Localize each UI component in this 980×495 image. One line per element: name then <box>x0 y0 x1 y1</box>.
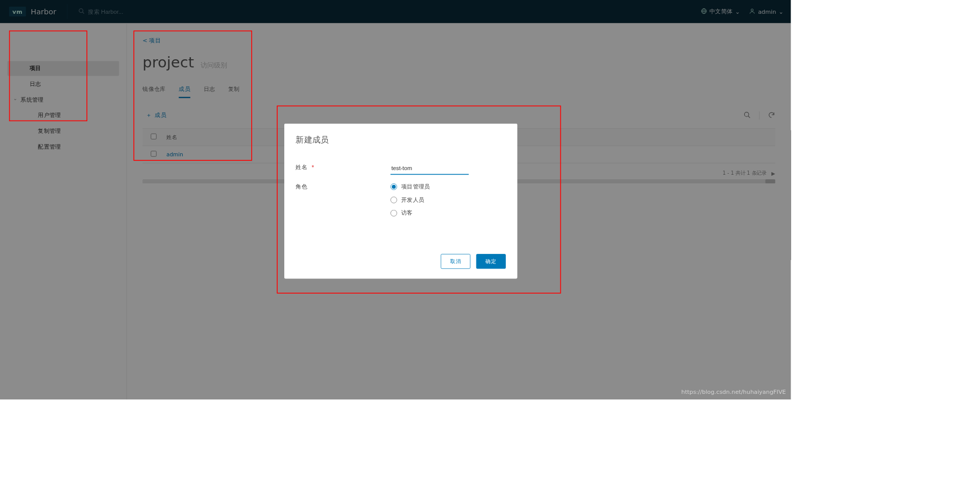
role-radio-guest[interactable]: 访客 <box>390 209 430 217</box>
cancel-button[interactable]: 取消 <box>440 254 470 269</box>
role-admin-label: 项目管理员 <box>401 183 430 191</box>
name-field-label: 姓名 <box>296 163 307 170</box>
dialog-title: 新建成员 <box>296 134 506 146</box>
role-field-label: 角色 <box>296 183 307 190</box>
member-name-input[interactable] <box>390 163 469 175</box>
radio-input[interactable] <box>390 210 397 217</box>
radio-input[interactable] <box>390 183 397 190</box>
confirm-button[interactable]: 确定 <box>476 254 506 269</box>
radio-input[interactable] <box>390 197 397 203</box>
required-mark: * <box>311 164 314 170</box>
role-radio-developer[interactable]: 开发人员 <box>390 196 430 204</box>
new-member-dialog: 新建成员 姓名 * 角色 项目管理员 开发人员 <box>284 124 518 278</box>
role-radio-admin[interactable]: 项目管理员 <box>390 183 430 191</box>
role-developer-label: 开发人员 <box>401 196 424 204</box>
watermark-text: https://blog.csdn.net/huhaiyangFIVE <box>681 389 786 395</box>
role-guest-label: 访客 <box>401 209 413 217</box>
